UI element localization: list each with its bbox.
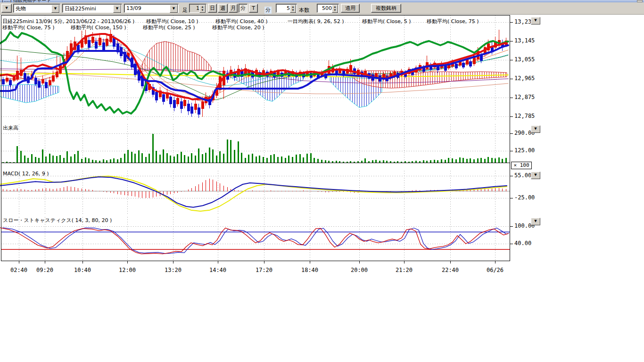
- time-axis-label: 09:20: [33, 267, 56, 273]
- time-axis-label: 17:20: [253, 267, 275, 273]
- price-axis-label: 12,965: [514, 75, 535, 82]
- panel-scale-dropdown-button[interactable]: ▼: [531, 218, 540, 225]
- macd-axis-label: 55.00: [514, 172, 531, 179]
- legend-ma75: 移動平均( Close, 75 ): [427, 18, 479, 25]
- time-axis-label: 14:40: [206, 267, 229, 273]
- volume-multiplier-badge: × 100: [511, 162, 532, 169]
- time-axis-label: 22:40: [439, 267, 462, 273]
- price-axis-label: 12,875: [514, 94, 535, 100]
- legend-ma20: 移動平均( Close, 20 ): [212, 24, 264, 31]
- stoch-panel-label: スロー・ストキャスティクス( 14, 3, 80, 20 ): [3, 217, 112, 224]
- time-axis-label: 13:20: [162, 267, 184, 273]
- price-axis-label: 13,055: [514, 56, 535, 63]
- price-axis-label: 13,145: [514, 37, 535, 44]
- chart-canvas[interactable]: [0, 0, 644, 362]
- legend-ma25: 移動平均( Close, 25 ): [143, 24, 195, 31]
- panel-scale-dropdown-button[interactable]: ▼: [531, 125, 540, 133]
- time-axis-label: 02:40: [8, 267, 30, 273]
- stoch-axis-label: 40.00: [514, 240, 531, 247]
- legend-ma150: 移動平均( Close, 150 ): [71, 24, 126, 31]
- macd-axis-label: -25.00: [514, 194, 535, 201]
- time-axis-label: 10:40: [71, 267, 94, 273]
- macd-panel-label: MACD( 12, 26, 9 ): [3, 171, 49, 177]
- time-axis-label: 12:00: [116, 267, 139, 273]
- legend-ichimoku: 一目均衡表( 9, 26, 52 ): [288, 18, 344, 25]
- time-axis-label: 18:40: [298, 267, 321, 273]
- legend-ma5: 移動平均( Close, 5 ): [362, 18, 411, 25]
- time-axis-label: 06/26: [484, 267, 506, 273]
- trading-chart-window: { "window": {"title": "[....] 指数先物チャート"}…: [0, 0, 644, 362]
- price-axis-label: 12,785: [514, 113, 535, 119]
- panel-scale-dropdown-button[interactable]: ▼: [531, 172, 540, 179]
- volume-panel-label: 出来高: [3, 124, 18, 132]
- volume-axis-label: 125.00: [514, 147, 535, 154]
- time-axis-label: 20:00: [348, 267, 371, 273]
- panel-scale-dropdown-button[interactable]: ▼: [531, 17, 540, 25]
- time-axis-label: 21:20: [393, 267, 415, 273]
- legend-ma75-2: 移動平均( Close, 75 ): [2, 24, 55, 31]
